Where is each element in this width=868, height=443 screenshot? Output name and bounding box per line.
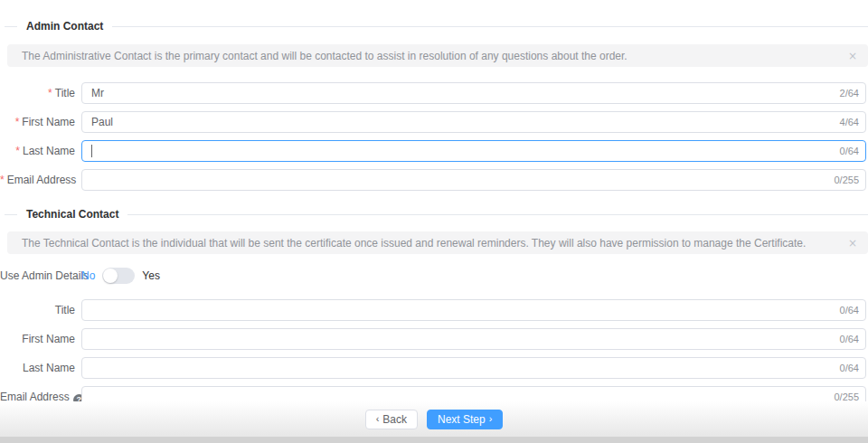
technical-contact-divider: Technical Contact [5, 208, 868, 221]
tech-title-row: Title 0/64 [0, 299, 866, 321]
admin-last-name-row: *Last Name 0/64 [0, 140, 866, 162]
tech-title-input[interactable] [81, 299, 866, 321]
technical-contact-heading: Technical Contact [17, 208, 127, 221]
admin-email-row: *Email Address 0/255 [0, 169, 866, 191]
alert-text: The Technical Contact is the individual … [22, 237, 846, 250]
close-icon[interactable]: × [846, 49, 859, 63]
divider-line [112, 26, 868, 27]
admin-first-name-input-wrap: 4/64 [81, 111, 866, 133]
divider-line [5, 214, 17, 215]
admin-contact-heading: Admin Contact [17, 20, 112, 33]
admin-first-name-input[interactable] [81, 111, 866, 133]
admin-last-name-input-wrap: 0/64 [81, 140, 866, 162]
tech-last-name-row: Last Name 0/64 [0, 357, 866, 379]
toggle-yes-label[interactable]: Yes [142, 269, 160, 282]
divider-line [127, 214, 868, 215]
back-button-label: Back [382, 413, 407, 426]
technical-contact-info-alert: The Technical Contact is the individual … [7, 231, 868, 254]
required-marker: * [15, 116, 20, 128]
tech-last-name-input-wrap: 0/64 [81, 357, 866, 379]
admin-title-input[interactable] [81, 82, 866, 104]
field-label: *First Name [0, 111, 81, 133]
field-label: *Title [0, 82, 81, 104]
admin-contact-divider: Admin Contact [5, 20, 868, 33]
field-label: Title [0, 299, 81, 321]
field-label: First Name [0, 328, 81, 350]
next-step-button-label: Next Step [438, 413, 486, 426]
required-marker: * [0, 174, 5, 186]
admin-title-row: *Title 2/64 [0, 82, 866, 104]
alert-text: The Administrative Contact is the primar… [22, 50, 846, 62]
field-label: *Email Address [0, 169, 81, 191]
order-contacts-form: Admin Contact The Administrative Contact… [0, 0, 868, 443]
admin-first-name-row: *First Name 4/64 [0, 111, 866, 133]
text-caret [91, 145, 92, 157]
required-marker: * [48, 87, 52, 99]
required-marker: * [15, 145, 20, 157]
next-step-button[interactable]: Next Step › [427, 410, 503, 429]
chevron-right-icon: › [489, 414, 493, 424]
use-admin-details-toggle[interactable] [102, 268, 135, 284]
field-label: *Last Name [0, 140, 81, 162]
toggle-no-label[interactable]: No [81, 269, 95, 282]
use-admin-details-label: Use Admin Details [0, 265, 81, 287]
toggle-knob [103, 269, 118, 283]
admin-email-input[interactable] [81, 169, 866, 191]
form-footer: ‹ Back Next Step › [0, 401, 868, 443]
divider-line [5, 26, 17, 27]
tech-first-name-input[interactable] [81, 328, 866, 350]
tech-last-name-input[interactable] [81, 357, 866, 379]
tech-first-name-row: First Name 0/64 [0, 328, 866, 350]
back-button[interactable]: ‹ Back [365, 410, 418, 429]
admin-contact-info-alert: The Administrative Contact is the primar… [7, 44, 868, 67]
admin-last-name-input[interactable] [81, 140, 866, 162]
close-icon[interactable]: × [846, 236, 859, 250]
admin-email-input-wrap: 0/255 [81, 169, 866, 191]
field-label: Last Name [0, 357, 81, 379]
admin-title-input-wrap: 2/64 [81, 82, 866, 104]
tech-title-input-wrap: 0/64 [81, 299, 866, 321]
tech-first-name-input-wrap: 0/64 [81, 328, 866, 350]
chevron-left-icon: ‹ [376, 414, 380, 424]
use-admin-details-row: Use Admin Details No Yes [0, 268, 868, 284]
